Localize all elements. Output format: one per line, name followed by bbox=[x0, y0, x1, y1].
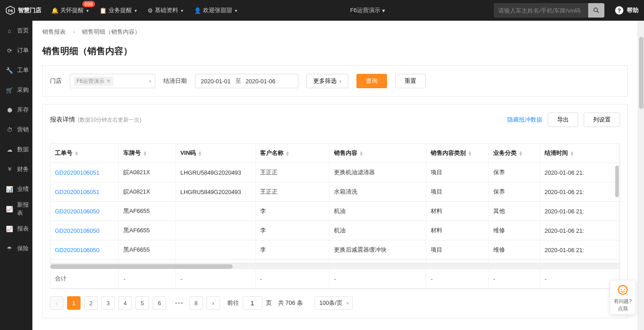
sidebar-item-label: 业绩 bbox=[17, 185, 29, 193]
floating-help-widget[interactable]: 有问题? 点我 bbox=[610, 280, 636, 315]
page-size-select[interactable]: 100条/页 ▾ bbox=[315, 296, 353, 310]
search-button[interactable] bbox=[588, 3, 604, 18]
col-header[interactable]: 结清时间▲▼ bbox=[540, 144, 619, 163]
more-filters-button[interactable]: 更多筛选 ▾ bbox=[306, 74, 348, 88]
page-number-button[interactable]: 1 bbox=[67, 296, 81, 310]
table-row: GD20200106050黑AF6655李更换后减震器缓冲块项目维修2020-0… bbox=[50, 240, 620, 260]
sidebar-item-newrpt[interactable]: 📈新报表 bbox=[0, 199, 32, 219]
sidebar-item-label: 保险 bbox=[17, 244, 29, 253]
col-header[interactable]: 销售内容类别▲▼ bbox=[426, 144, 489, 163]
hide-offset-link[interactable]: 隐藏抵冲数据 bbox=[507, 116, 542, 124]
nav-welcome-user[interactable]: 👤 欢迎张甜甜 ▾ bbox=[189, 0, 242, 21]
gear-icon: ⚙ bbox=[148, 7, 153, 14]
sidebar-item-label: 新报表 bbox=[17, 201, 32, 217]
breadcrumb-root[interactable]: 销售报表 bbox=[42, 28, 66, 35]
page-ellipsis-icon: ••• bbox=[173, 300, 186, 307]
home-icon: ⌂ bbox=[5, 27, 14, 35]
nav-basic-label: 基础资料 bbox=[155, 6, 178, 14]
newrpt-icon: 📈 bbox=[5, 205, 14, 213]
nav-biz-reminder[interactable]: 📋 业务提醒 ▾ bbox=[95, 0, 141, 21]
more-filters-label: 更多筛选 bbox=[313, 77, 337, 85]
svg-point-2 bbox=[594, 8, 598, 12]
page-number-button[interactable]: 5 bbox=[135, 296, 149, 310]
nav-care-reminder[interactable]: 🔔 关怀提醒 ▾ 698 bbox=[47, 0, 93, 21]
page-jump-input[interactable] bbox=[243, 296, 262, 310]
user-icon: 👤 bbox=[194, 7, 201, 14]
page-number-button[interactable]: 6 bbox=[153, 296, 166, 310]
page-prev-button[interactable]: ‹ bbox=[50, 296, 63, 310]
topbar-store-selector[interactable]: F6运营演示 ▾ bbox=[350, 6, 385, 14]
table-row: GD20200106051皖A0821XLHGRU5849G2020493王正正… bbox=[50, 182, 620, 202]
help-label: 帮助 bbox=[627, 6, 639, 14]
help-button[interactable]: ? 帮助 bbox=[614, 5, 639, 15]
page-last-button[interactable]: 8 bbox=[189, 296, 203, 310]
export-button[interactable]: 导出 bbox=[548, 113, 578, 127]
finance-icon: ￥ bbox=[5, 165, 14, 173]
work-order-link[interactable]: GD20200106050 bbox=[55, 227, 99, 234]
col-header-label: 销售内容 bbox=[334, 149, 357, 156]
date-from: 2020-01-01 bbox=[201, 78, 231, 85]
page-size-label: 100条/页 bbox=[320, 299, 342, 307]
svg-point-7 bbox=[621, 289, 622, 290]
col-header[interactable]: 车牌号▲▼ bbox=[119, 144, 176, 163]
sidebar-item-label: 报表 bbox=[17, 225, 29, 233]
tag-remove-icon[interactable]: ✕ bbox=[106, 78, 111, 84]
search-input[interactable] bbox=[494, 7, 588, 14]
bell-icon: 🔔 bbox=[51, 7, 59, 14]
perf-icon: 📊 bbox=[5, 185, 14, 193]
data-table: 工单号▲▼车牌号▲▼VIN码▲▼客户名称▲▼销售内容▲▼销售内容类别▲▼业务分类… bbox=[50, 143, 620, 289]
sidebar-item-label: 数据 bbox=[17, 145, 29, 154]
col-header[interactable]: 客户名称▲▼ bbox=[255, 144, 329, 163]
page-next-button[interactable]: › bbox=[207, 296, 220, 310]
sidebar: ⌂首页⟳订单🔧工单🛒采购⬢库存⏱营销☁数据￥财务📊业绩📈新报表📈报表☂保险 bbox=[0, 21, 32, 330]
query-button[interactable]: 查询 bbox=[356, 74, 387, 88]
sidebar-item-purchase[interactable]: 🛒采购 bbox=[0, 80, 32, 100]
page-number-button[interactable]: 3 bbox=[101, 296, 115, 310]
sidebar-item-stock[interactable]: ⬢库存 bbox=[0, 100, 32, 120]
sidebar-item-order[interactable]: ⟳订单 bbox=[0, 41, 32, 60]
work-order-link[interactable]: GD20200106050 bbox=[55, 247, 99, 253]
sidebar-item-perf[interactable]: 📊业绩 bbox=[0, 179, 32, 199]
sidebar-item-report[interactable]: 📈报表 bbox=[0, 219, 32, 239]
brand-logo[interactable]: F6 智慧门店 bbox=[5, 5, 41, 15]
sidebar-item-finance[interactable]: ￥财务 bbox=[0, 159, 32, 179]
work-order-link[interactable]: GD20200106051 bbox=[55, 169, 99, 176]
col-header-label: 车牌号 bbox=[123, 149, 141, 156]
pagination: ‹ 123456 ••• 8 › 前往 页 共 706 条 100条/页 ▾ bbox=[50, 296, 620, 310]
store-select[interactable]: F6运营演示 ✕ ▾ bbox=[70, 74, 155, 88]
brand-text: 智慧门店 bbox=[18, 6, 41, 14]
sidebar-item-home[interactable]: ⌂首页 bbox=[0, 21, 32, 41]
col-header[interactable]: 工单号▲▼ bbox=[50, 144, 119, 163]
page-title: 销售明细（销售内容） bbox=[32, 41, 638, 65]
order-icon: ⟳ bbox=[5, 46, 14, 54]
sidebar-item-data[interactable]: ☁数据 bbox=[0, 140, 32, 159]
clipboard-icon: 📋 bbox=[99, 7, 107, 14]
col-header[interactable]: 销售内容▲▼ bbox=[329, 144, 426, 163]
sidebar-item-market[interactable]: ⏱营销 bbox=[0, 120, 32, 140]
work-order-link[interactable]: GD20200106051 bbox=[55, 189, 99, 195]
table-row: GD20200106050黑AF6655李机油材料其他2020-01-06 21… bbox=[50, 202, 620, 221]
page-number-button[interactable]: 2 bbox=[84, 296, 98, 310]
col-header-label: 结清时间 bbox=[545, 149, 568, 156]
nav-biz-label: 业务提醒 bbox=[108, 6, 132, 14]
col-header[interactable]: VIN码▲▼ bbox=[176, 144, 255, 163]
filter-store-label: 门店 bbox=[50, 77, 62, 85]
table-vertical-scrollbar[interactable] bbox=[615, 163, 620, 263]
table-horizontal-scrollbar[interactable] bbox=[50, 263, 620, 269]
date-range-picker[interactable]: 2020-01-01 至 2020-01-06 bbox=[195, 74, 298, 88]
store-tag-text: F6运营演示 bbox=[77, 77, 104, 85]
page-number-button[interactable]: 4 bbox=[118, 296, 132, 310]
nav-welcome-label: 欢迎张甜甜 bbox=[203, 6, 232, 14]
page-vertical-scrollbar[interactable] bbox=[638, 21, 644, 330]
sidebar-item-work[interactable]: 🔧工单 bbox=[0, 60, 32, 80]
sidebar-item-label: 库存 bbox=[17, 106, 29, 114]
reset-button[interactable]: 重置 bbox=[395, 74, 426, 88]
nav-basic-data[interactable]: ⚙ 基础资料 ▾ bbox=[143, 0, 188, 21]
sidebar-item-insure[interactable]: ☂保险 bbox=[0, 239, 32, 258]
sort-icon: ▲▼ bbox=[570, 151, 574, 156]
work-order-link[interactable]: GD20200106050 bbox=[55, 208, 99, 215]
sort-icon: ▲▼ bbox=[285, 151, 290, 156]
breadcrumb: 销售报表 › 销售明细（销售内容） bbox=[32, 21, 638, 41]
col-header[interactable]: 业务分类▲▼ bbox=[489, 144, 540, 163]
column-settings-button[interactable]: 列设置 bbox=[584, 113, 620, 127]
